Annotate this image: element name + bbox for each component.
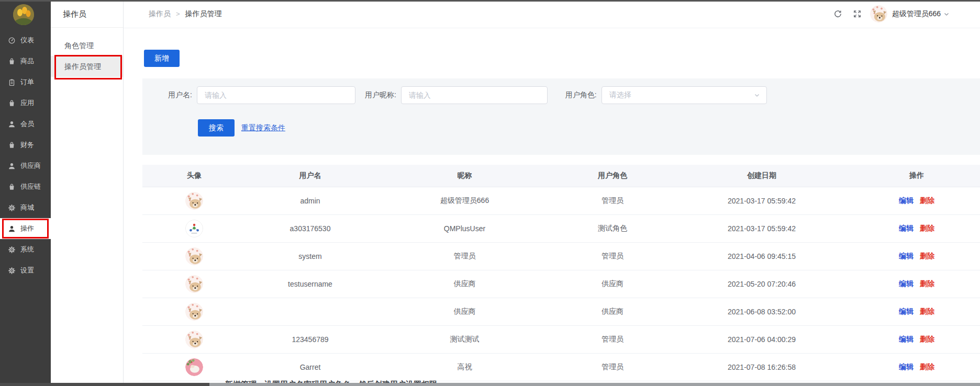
user-icon (8, 225, 16, 233)
dog-avatar (185, 303, 203, 321)
sidebar-item[interactable]: 供应商 (0, 155, 51, 176)
sidebar-item[interactable]: 操作 (0, 218, 51, 239)
sidebar-item[interactable]: 商城 (0, 197, 51, 218)
search-panel: 用户名: 用户昵称: 用户角色: 请选择 搜索 重置搜索条件 (142, 78, 980, 155)
fullscreen-icon[interactable] (853, 9, 862, 18)
delete-link[interactable]: 删除 (920, 307, 934, 316)
role-select-placeholder: 请选择 (609, 90, 631, 100)
cell-actions: 编辑 删除 (853, 279, 980, 289)
delete-link[interactable]: 删除 (920, 279, 934, 289)
breadcrumb-separator-icon: > (176, 10, 180, 18)
reset-search-link[interactable]: 重置搜索条件 (241, 123, 285, 133)
add-button[interactable]: 新增 (144, 50, 180, 67)
search-button[interactable]: 搜索 (198, 119, 235, 137)
user-avatar-header (870, 5, 887, 22)
cell-created-date: 2021-04-06 09:45:15 (670, 252, 853, 260)
user-icon (8, 162, 16, 170)
edit-link[interactable]: 编辑 (899, 252, 914, 261)
cell-role: 管理员 (555, 362, 670, 372)
nickname-field-label: 用户昵称: (365, 90, 396, 100)
cell-nickname: 供应商 (374, 279, 555, 289)
submenu-list: 角色管理操作员管理 (51, 35, 123, 77)
cell-created-date: 2021-07-08 16:26:58 (670, 363, 853, 371)
user-name: 超级管理员666 (892, 9, 941, 19)
edit-link[interactable]: 编辑 (899, 362, 914, 372)
delete-link[interactable]: 删除 (920, 362, 934, 372)
nickname-input[interactable] (401, 86, 548, 104)
cell-role: 供应商 (555, 279, 670, 289)
sidebar-item[interactable]: 会员 (0, 113, 51, 134)
cell-username: testusername (246, 280, 374, 288)
select-chevron-down-icon (754, 92, 760, 98)
table-row: a303176530 QMPlusUser 测试角色 2021-03-17 05… (142, 215, 980, 243)
cell-actions: 编辑 删除 (853, 224, 980, 233)
role-select[interactable]: 请选择 (602, 86, 767, 104)
sidebar-item[interactable]: 订单 (0, 72, 51, 93)
sidebar-item-label: 订单 (20, 77, 34, 87)
edit-link[interactable]: 编辑 (899, 307, 914, 316)
sidebar-item[interactable]: 财务 (0, 134, 51, 155)
table-row: 123456789 测试测试 管理员 2021-07-06 04:00:29 编… (142, 326, 980, 354)
cell-nickname: 测试测试 (374, 335, 555, 344)
gauge-icon (8, 37, 16, 44)
delete-link[interactable]: 删除 (920, 196, 934, 206)
cell-created-date: 2021-03-17 05:59:42 (670, 224, 853, 233)
cell-actions: 编辑 删除 (853, 307, 980, 316)
bag-icon (8, 141, 16, 149)
sidebar-item[interactable]: 应用 (0, 93, 51, 113)
table-row: 供应商 供应商 2021-06-08 03:52:00 编辑 删除 (142, 298, 980, 326)
main-sidebar: 仪表 商品 订单 应用 会员 财务 供应商 供应链 商城 操作 系统 设置 (0, 0, 51, 386)
edit-link[interactable]: 编辑 (899, 279, 914, 289)
cell-nickname: QMPlusUser (374, 224, 555, 233)
cell-role: 测试角色 (555, 224, 670, 233)
dog-avatar (185, 331, 203, 348)
chevron-down-icon (943, 11, 950, 17)
sidebar-item[interactable]: 系统 (0, 239, 51, 260)
window-top-edge (0, 0, 980, 2)
table-header-row: 头像用户名昵称用户角色创建日期操作 (142, 165, 980, 187)
submenu-title: 操作员 (51, 0, 123, 28)
submenu-item[interactable]: 操作员管理 (51, 56, 123, 77)
dog-avatar (185, 275, 203, 293)
sidebar-item[interactable]: 供应链 (0, 176, 51, 197)
cell-created-date: 2021-07-06 04:00:29 (670, 335, 853, 344)
cell-username: system (246, 252, 374, 260)
user-menu[interactable]: 超级管理员666 (870, 5, 950, 22)
users-table: 头像用户名昵称用户角色创建日期操作 admin 超级管理员666 管理员 202… (142, 165, 980, 381)
pink-avatar (185, 358, 203, 376)
gear-icon (8, 267, 16, 275)
bag-icon (8, 183, 16, 191)
delete-link[interactable]: 删除 (920, 224, 934, 233)
edit-link[interactable]: 编辑 (899, 335, 914, 344)
sidebar-item[interactable]: 商品 (0, 51, 51, 72)
username-input[interactable] (197, 86, 355, 104)
horizontal-scrollbar-thumb[interactable] (0, 383, 209, 386)
bag-icon (8, 58, 16, 65)
user-icon (8, 120, 16, 128)
cell-role: 供应商 (555, 307, 670, 316)
breadcrumb-item-current: 操作员管理 (185, 9, 222, 19)
breadcrumb-item-parent[interactable]: 操作员 (149, 9, 171, 19)
refresh-icon[interactable] (833, 9, 842, 18)
table-body: admin 超级管理员666 管理员 2021-03-17 05:59:42 编… (142, 187, 980, 381)
sidebar-item[interactable]: 设置 (0, 260, 51, 281)
cell-nickname: 超级管理员666 (374, 196, 555, 206)
header-controls: 超级管理员666 (833, 5, 950, 22)
sidebar-item-label: 操作 (20, 224, 34, 233)
cell-role: 管理员 (555, 252, 670, 261)
cell-actions: 编辑 删除 (853, 252, 980, 261)
column-header: 昵称 (374, 171, 555, 180)
cell-actions: 编辑 删除 (853, 335, 980, 344)
delete-link[interactable]: 删除 (920, 335, 934, 344)
main-content: 操作员 > 操作员管理 超级管理员666 新增 用户名: 用户昵称 (124, 0, 980, 386)
column-header: 头像 (142, 171, 246, 180)
cell-nickname: 管理员 (374, 252, 555, 261)
sidebar-item-label: 系统 (20, 245, 34, 254)
sidebar-item[interactable]: 仪表 (0, 30, 51, 51)
sidebar-item-label: 设置 (20, 266, 34, 275)
edit-link[interactable]: 编辑 (899, 196, 914, 206)
edit-link[interactable]: 编辑 (899, 224, 914, 233)
submenu-item[interactable]: 角色管理 (51, 35, 123, 56)
table-row: testusername 供应商 供应商 2021-05-20 07:20:46… (142, 270, 980, 298)
delete-link[interactable]: 删除 (920, 252, 934, 261)
